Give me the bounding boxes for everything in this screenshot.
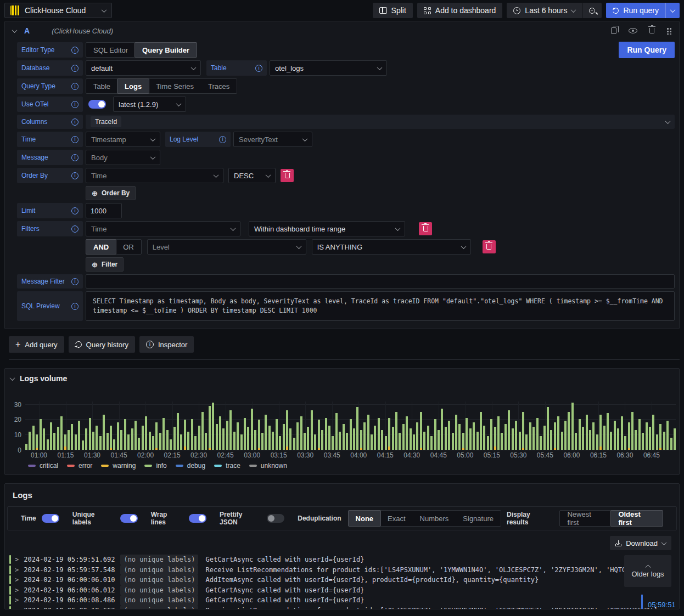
expand-log-icon[interactable]: > (15, 595, 19, 606)
info-icon[interactable]: i (71, 303, 79, 310)
legend-item-debug[interactable]: debug (176, 462, 205, 470)
info-icon[interactable]: i (71, 83, 79, 90)
info-icon[interactable]: i (71, 172, 79, 179)
order-by-direction-select[interactable]: DESC (228, 168, 276, 183)
legend-item-critical[interactable]: critical (28, 462, 58, 470)
remove-filter1-button[interactable] (419, 222, 432, 235)
filter2-column-select[interactable]: Level (147, 239, 306, 255)
order-by-column-select[interactable]: Time (86, 168, 223, 183)
prettify-json-toggle[interactable] (267, 514, 284, 523)
query-builder-option[interactable]: Query Builder (134, 42, 197, 58)
info-icon[interactable]: i (71, 101, 79, 108)
database-select[interactable]: default (86, 60, 201, 76)
filter1-value-select[interactable]: Within dashboard time range (249, 221, 405, 236)
volume-bar (599, 415, 602, 450)
download-button[interactable]: Download (610, 536, 671, 550)
query-row-header[interactable]: A (ClickHouse Cloud) (5, 21, 679, 40)
datasource-picker[interactable]: ClickHouse Cloud (4, 3, 112, 18)
older-logs-button[interactable]: Older logs (624, 555, 671, 587)
logs-volume-header[interactable]: Logs volume (5, 369, 679, 383)
query-type-logs-option[interactable]: Logs (117, 78, 149, 94)
limit-input[interactable] (86, 203, 122, 218)
info-icon[interactable]: i (71, 65, 79, 72)
message-column-select[interactable]: Body (86, 150, 160, 165)
log-row[interactable]: >2024-02-19 06:00:08.486(no unique label… (9, 595, 679, 606)
info-icon[interactable]: i (219, 136, 226, 143)
sql-editor-option[interactable]: SQL Editor (86, 43, 135, 57)
operator-and-option[interactable]: AND (86, 239, 116, 255)
editor-run-query-button[interactable]: Run Query (619, 42, 675, 58)
add-query-button[interactable]: +Add query (9, 336, 64, 353)
legend-item-warning[interactable]: warning (101, 462, 136, 470)
drag-handle-icon[interactable] (666, 27, 671, 35)
expand-log-icon[interactable]: > (15, 565, 19, 575)
legend-swatch (67, 465, 75, 467)
dedup-exact-option[interactable]: Exact (380, 511, 413, 526)
run-query-button[interactable]: Run query (606, 3, 665, 18)
log-row[interactable]: >2024-02-19 06:00:06.012(no unique label… (9, 585, 679, 596)
time-range-picker[interactable]: Last 6 hours (507, 3, 582, 18)
log-row[interactable]: >2024-02-19 05:59:51.692(no unique label… (9, 555, 679, 565)
legend-label: trace (226, 462, 240, 470)
info-icon[interactable]: i (71, 118, 79, 126)
dedup-numbers-option[interactable]: Numbers (413, 511, 456, 526)
run-query-caret-button[interactable] (665, 3, 680, 18)
expand-log-icon[interactable]: > (15, 585, 19, 596)
info-icon[interactable]: i (71, 278, 79, 285)
toggle-visibility-icon[interactable] (629, 28, 637, 33)
info-icon[interactable]: i (71, 136, 79, 143)
info-icon[interactable]: i (71, 225, 79, 233)
collapse-chevron-icon[interactable] (12, 27, 18, 33)
log-row[interactable]: >2024-02-19 06:00:06.010(no unique label… (9, 575, 679, 585)
expand-log-icon[interactable]: > (15, 555, 19, 565)
newest-first-option[interactable]: Newest first (560, 511, 611, 526)
legend-item-info[interactable]: info (144, 462, 166, 470)
wrap-lines-toggle[interactable] (189, 514, 206, 523)
expand-log-icon[interactable]: > (15, 606, 19, 610)
use-otel-toggle[interactable] (88, 100, 106, 109)
split-button[interactable]: Split (373, 3, 413, 18)
unique-labels-toggle[interactable] (120, 514, 138, 523)
log-row[interactable]: >2024-02-19 06:00:18.663(no unique label… (9, 606, 679, 610)
expand-log-icon[interactable]: > (15, 575, 19, 585)
table-select[interactable]: otel_logs (270, 60, 387, 76)
otel-version-select[interactable]: latest (1.2.9) (113, 97, 186, 112)
inspector-button[interactable]: iInspector (139, 336, 194, 353)
log-level-select[interactable]: SeverityText (233, 132, 312, 147)
add-to-dashboard-button[interactable]: Add to dashboard (417, 3, 503, 18)
filter2-condition-select[interactable]: IS ANYTHING (312, 239, 471, 255)
volume-bar (191, 419, 193, 450)
time-toggle[interactable] (42, 514, 59, 523)
operator-or-option[interactable]: OR (116, 240, 141, 254)
query-history-button[interactable]: Query history (69, 336, 135, 353)
query-type-timeseries-option[interactable]: Time Series (149, 79, 201, 93)
info-icon[interactable]: i (71, 47, 79, 54)
message-filter-input[interactable] (86, 274, 675, 289)
time-column-select[interactable]: Timestamp (86, 132, 160, 147)
column-chip[interactable]: TraceId (91, 116, 121, 127)
filter1-column-select[interactable]: Time (86, 221, 240, 236)
delete-query-icon[interactable] (649, 28, 654, 33)
volume-bar (621, 416, 623, 450)
add-order-by-button[interactable]: ⊕Order By (86, 186, 136, 200)
legend-item-error[interactable]: error (67, 462, 92, 470)
info-icon[interactable]: i (255, 65, 262, 72)
oldest-first-option[interactable]: Oldest first (610, 510, 663, 527)
query-type-traces-option[interactable]: Traces (201, 79, 237, 93)
remove-order-by-button[interactable] (281, 169, 294, 182)
remove-filter2-button[interactable] (483, 240, 496, 253)
dedup-signature-option[interactable]: Signature (456, 511, 501, 526)
info-icon[interactable]: i (71, 154, 79, 161)
duplicate-query-icon[interactable] (611, 27, 616, 34)
dedup-none-option[interactable]: None (348, 510, 382, 527)
zoom-out-button[interactable] (582, 3, 602, 18)
columns-multiselect[interactable]: TraceId (86, 115, 675, 129)
logs-volume-chart[interactable] (25, 402, 676, 450)
legend-item-unknown[interactable]: unknown (249, 462, 287, 470)
info-icon[interactable]: i (71, 207, 79, 214)
log-row[interactable]: >2024-02-19 05:59:57.548(no unique label… (9, 565, 679, 575)
query-type-table-option[interactable]: Table (86, 79, 117, 93)
scroll-time-indicator[interactable]: 05:59:51 (641, 595, 676, 609)
legend-item-trace[interactable]: trace (214, 462, 240, 470)
add-filter-button[interactable]: ⊕Filter (86, 257, 124, 272)
